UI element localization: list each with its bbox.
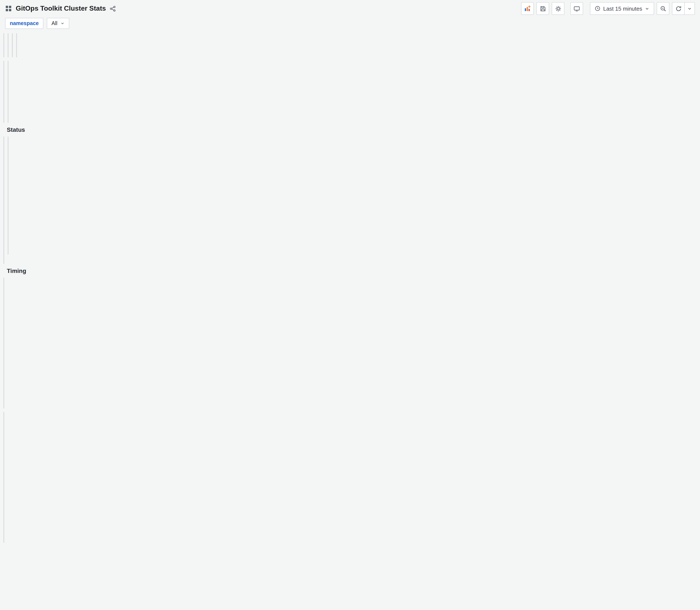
chevron-down-icon xyxy=(60,21,65,26)
dashboard-settings-button[interactable] xyxy=(552,2,565,15)
gauge-row: 43.6 ms xyxy=(4,101,4,113)
table-row: GitRepositorytest2Not Ready xyxy=(8,203,9,218)
panel-title[interactable]: Cluster reconciliation duration xyxy=(4,278,4,301)
cell-kind: GitRepository xyxy=(8,189,9,203)
table-panel-cluster-reconciliation-readiness: Cluster reconciliation readinessKindName… xyxy=(3,137,4,264)
section-title-timing: Timing xyxy=(7,267,26,274)
cell-kind: HelmRelease xyxy=(4,174,4,189)
share-icon[interactable] xyxy=(110,5,116,12)
cell-kind: GitRepository xyxy=(8,174,9,189)
table-row: KustomizationpodinfoReady xyxy=(4,218,4,232)
time-range-label: Last 15 minutes xyxy=(603,5,642,12)
chevron-down-icon xyxy=(645,6,649,11)
save-icon xyxy=(540,5,546,12)
dashboard-grid: Cluster Reconcilers5Failing Reconcilers1… xyxy=(0,33,7,36)
readiness-table: KindNameStatusGitRepositorymonitoringRea… xyxy=(8,162,9,255)
readiness-table: KindNameStatusHelmReleasecontourReadyHel… xyxy=(4,162,4,246)
bargauge-panel-source-ops-avg-duration: Source ops avg. durationGitRepository1.2… xyxy=(7,61,9,123)
table-row: KustomizationmonitoringReady xyxy=(4,203,4,218)
panel-title[interactable]: Failing Sources xyxy=(17,34,17,51)
table-panel-source-acquisition-readiness: Source acquisition readinessKindNameStat… xyxy=(7,137,9,255)
bargauge-panel-reconciler-ops-avg-duration: Reconciler ops avg. durationHelmRelease4… xyxy=(3,61,4,123)
cell-kind: GitRepository xyxy=(8,203,9,218)
timeseries-panel-cluster-reconciliation-duration: Cluster reconciliation duration0 s500 ms… xyxy=(3,277,4,408)
panel-title[interactable]: Source ops avg. duration xyxy=(8,61,9,91)
table-row: HelmReleasecontourReady xyxy=(4,174,4,189)
row-toggle-timing[interactable]: Timing xyxy=(3,267,4,274)
section-title-status: Status xyxy=(7,126,25,133)
table-row: HelmRepositorybitnamiReady xyxy=(8,218,9,232)
dashboard-title: GitOps Toolkit Cluster Stats xyxy=(16,5,106,12)
time-range-picker[interactable]: Last 15 minutes xyxy=(590,2,654,15)
panel-title[interactable]: Kubernetes Manifests Sources xyxy=(12,34,13,57)
table-header-row: KindNameStatus xyxy=(4,162,4,174)
dashboard-header: GitOps Toolkit Cluster Stats xyxy=(0,0,700,17)
panel-title[interactable]: Reconciler ops avg. duration xyxy=(4,61,4,91)
zoom-out-icon xyxy=(660,5,666,12)
cell-kind: HelmRepository xyxy=(8,232,9,246)
chart-body: 0 s500 ms1.0 s1.5 s2.0 s2.5 s15:5315:541… xyxy=(4,436,4,543)
save-dashboard-button[interactable] xyxy=(536,2,549,15)
cell-kind: Kustomization xyxy=(4,218,4,232)
variable-label-text: namespace xyxy=(10,20,39,26)
table-row: GitRepositorymonitoringReady xyxy=(8,174,9,189)
add-panel-icon xyxy=(524,5,531,12)
stat-panel-failing-sources: Failing Sources2 xyxy=(16,33,17,58)
cell-kind: HelmRepository xyxy=(8,246,9,255)
refresh-interval-dropdown[interactable] xyxy=(685,2,695,15)
refresh-icon xyxy=(675,5,682,12)
table-row: HelmRepositorytestNot Ready xyxy=(8,246,9,255)
variable-namespace-dropdown[interactable]: All xyxy=(47,18,69,29)
table-row: HelmReleaseminioReady xyxy=(4,189,4,203)
panel-title[interactable]: Source acquisition duration xyxy=(4,412,4,436)
add-panel-button[interactable] xyxy=(521,2,534,15)
chevron-down-icon xyxy=(687,6,692,11)
variable-value-text: All xyxy=(51,20,58,26)
table-row: HelmRepositoryminioReady xyxy=(8,232,9,246)
cell-kind: HelmRelease xyxy=(4,189,4,203)
column-header-kind[interactable]: Kind xyxy=(4,162,4,174)
variable-label-namespace: namespace xyxy=(5,18,43,29)
stat-panel-kubernetes-manifests-sources: Kubernetes Manifests Sources6 xyxy=(12,33,13,58)
apps-icon[interactable] xyxy=(5,5,12,12)
clock-icon xyxy=(595,5,601,12)
row-toggle-status[interactable]: Status xyxy=(3,126,4,133)
table-row: GitRepositorypodinfoReady xyxy=(8,189,9,203)
table-header-row: KindNameStatus xyxy=(8,162,9,174)
dashboard-submenu: namespace All xyxy=(0,17,700,33)
table-row: KustomizationtestNot Ready xyxy=(4,232,4,246)
panel-title[interactable]: Cluster Reconcilers xyxy=(4,34,4,51)
cycle-view-button[interactable] xyxy=(570,2,583,15)
chart-body: 0 s500 ms1.0 s1.5 s2.0 s2.5 s15:5315:541… xyxy=(4,301,4,408)
zoom-out-button[interactable] xyxy=(657,2,669,15)
cell-kind: Kustomization xyxy=(4,203,4,218)
cell-kind: Kustomization xyxy=(4,232,4,246)
gear-icon xyxy=(555,5,561,12)
tv-icon xyxy=(573,5,580,12)
timeseries-panel-source-acquisition-duration: Source acquisition duration0 s500 ms1.0 … xyxy=(3,412,4,543)
column-header-kind[interactable]: Kind xyxy=(8,162,9,174)
stat-panel-cluster-reconcilers: Cluster Reconcilers5 xyxy=(3,33,4,58)
panel-title[interactable]: Source acquisition readiness xyxy=(8,137,9,160)
stat-panel-failing-reconcilers: Failing Reconcilers1 xyxy=(7,33,9,58)
panel-title[interactable]: Cluster reconciliation readiness xyxy=(4,137,4,160)
cell-kind: HelmRepository xyxy=(8,218,9,232)
panel-title[interactable]: Failing Reconcilers xyxy=(8,34,9,51)
gauge-row: 1.2 s xyxy=(8,101,9,113)
refresh-button[interactable] xyxy=(672,2,685,15)
